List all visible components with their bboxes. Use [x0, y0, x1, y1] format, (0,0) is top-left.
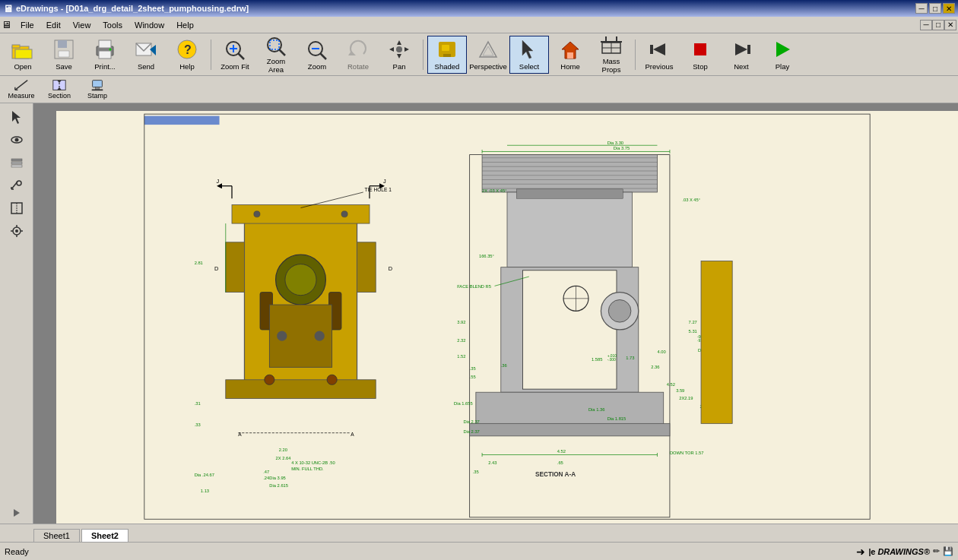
chevron-right-icon — [11, 508, 22, 518]
zoom-icon — [305, 38, 329, 62]
menu-view[interactable]: View — [67, 19, 97, 31]
svg-marker-33 — [480, 42, 496, 57]
play-icon — [770, 38, 795, 62]
svg-marker-25 — [397, 40, 401, 45]
sidebar-expand-button[interactable] — [6, 505, 27, 520]
svg-text:Dia 1.655: Dia 1.655 — [454, 401, 473, 406]
menu-help[interactable]: Help — [170, 19, 200, 31]
svg-text:Dia 1.36: Dia 1.36 — [588, 407, 604, 412]
svg-text:Dia 3.30: Dia 3.30 — [607, 141, 623, 145]
svg-text:Dia 1.815: Dia 1.815 — [607, 416, 627, 421]
sidebar-section-button[interactable] — [6, 198, 27, 219]
svg-rect-194 — [701, 261, 732, 423]
svg-text:2X 2.64: 2X 2.64 — [276, 456, 292, 460]
svg-point-69 — [17, 181, 21, 185]
svg-text:2X .03 X 45°: 2X .03 X 45° — [482, 188, 506, 193]
cursor-icon — [10, 110, 24, 124]
play-button[interactable]: Play — [763, 36, 802, 74]
open-button[interactable]: Open — [3, 36, 43, 74]
svg-rect-7 — [99, 40, 111, 48]
svg-text:7.27: 7.27 — [689, 320, 697, 324]
stamp-button[interactable]: Stamp — [79, 78, 116, 102]
svg-marker-45 — [653, 43, 665, 55]
svg-point-91 — [254, 211, 260, 217]
maximize-button[interactable]: □ — [929, 3, 941, 14]
zoom-area-button[interactable]: Zoom Area — [256, 36, 296, 74]
sheet1-tab[interactable]: Sheet1 — [33, 529, 80, 542]
eye-icon — [10, 133, 24, 147]
send-button[interactable]: Send — [126, 36, 166, 74]
home-button[interactable]: Home — [550, 36, 590, 74]
app-icon: 🖥 — [3, 3, 13, 14]
menubar: 🖥 File Edit View Tools Window Help ─ □ ✕ — [0, 17, 958, 33]
rotate-button[interactable]: Rotate — [338, 36, 378, 74]
svg-text:A: A — [351, 432, 354, 437]
next-button[interactable]: Next — [722, 36, 761, 74]
help-button[interactable]: ? Help — [167, 36, 207, 74]
measure-label: Measure — [8, 92, 34, 100]
svg-marker-26 — [397, 54, 401, 59]
stop-button[interactable]: Stop — [680, 36, 720, 74]
svg-text:TIE HOLE 1: TIE HOLE 1 — [364, 187, 392, 192]
svg-text:2.36: 2.36 — [651, 365, 659, 369]
inner-close-button[interactable]: ✕ — [944, 20, 956, 30]
main-toolbar: Open Save Print... — [0, 33, 958, 76]
svg-text:1.13: 1.13 — [201, 489, 209, 493]
section-button[interactable]: Section — [41, 78, 78, 102]
measure-button[interactable]: Measure — [3, 78, 40, 102]
sidebar-markup-button[interactable] — [6, 175, 27, 196]
help-icon: ? — [175, 38, 199, 62]
brand-text: |e DRAWINGS® — [868, 547, 930, 556]
svg-point-88 — [285, 264, 316, 296]
svg-rect-59 — [92, 89, 103, 90]
shaded-button[interactable]: Shaded — [427, 36, 467, 74]
pan-button[interactable]: Pan — [379, 36, 419, 74]
zoom-fit-button[interactable]: Zoom Fit — [215, 36, 255, 74]
sheet2-tab[interactable]: Sheet2 — [81, 529, 128, 542]
section-icon — [52, 79, 67, 91]
svg-text:?: ? — [184, 43, 192, 56]
perspective-button[interactable]: Perspective — [468, 36, 508, 74]
canvas-area[interactable]: J J D D TIE HOLE 1 A A — [33, 103, 958, 524]
sidebar-eye-button[interactable] — [6, 129, 27, 150]
svg-rect-126 — [482, 155, 657, 192]
svg-text:A: A — [238, 432, 242, 437]
svg-text:4.52: 4.52 — [667, 382, 675, 387]
print-button[interactable]: Print... — [85, 36, 125, 74]
sidebar-cursor-button[interactable] — [6, 106, 27, 128]
status-text: Ready — [5, 547, 29, 556]
mass-props-button[interactable]: Mass Props — [592, 36, 631, 74]
perspective-icon — [476, 38, 500, 62]
svg-rect-47 — [747, 45, 750, 54]
svg-text:.03 X 45°: .03 X 45° — [682, 198, 700, 202]
minimize-button[interactable]: ─ — [915, 3, 928, 14]
svg-rect-64 — [11, 162, 22, 164]
svg-rect-44 — [650, 45, 653, 54]
svg-line-15 — [238, 53, 244, 59]
svg-rect-37 — [567, 52, 573, 59]
svg-text:.35: .35 — [470, 366, 476, 371]
sidebar-properties-button[interactable] — [6, 220, 27, 242]
inner-maximize-button[interactable]: □ — [932, 20, 944, 30]
zoom-button[interactable]: Zoom — [297, 36, 337, 74]
close-button[interactable]: ✕ — [943, 3, 955, 14]
svg-rect-86 — [357, 242, 376, 293]
save-button[interactable]: Save — [44, 36, 84, 74]
menu-tools[interactable]: Tools — [97, 19, 128, 31]
svg-text:4.52: 4.52 — [557, 449, 566, 454]
svg-marker-24 — [348, 51, 356, 55]
menu-edit[interactable]: Edit — [40, 19, 67, 31]
menu-file[interactable]: File — [14, 19, 40, 31]
select-button[interactable]: Select — [509, 36, 549, 74]
svg-text:1.73: 1.73 — [626, 356, 634, 360]
svg-text:3.59: 3.59 — [676, 388, 684, 393]
sidebar-layers-button[interactable] — [6, 152, 27, 173]
svg-rect-57 — [93, 81, 103, 87]
svg-point-89 — [265, 375, 274, 384]
inner-minimize-button[interactable]: ─ — [920, 20, 932, 30]
previous-button[interactable]: Previous — [639, 36, 679, 74]
menu-window[interactable]: Window — [128, 19, 170, 31]
title-text: eDrawings - [D01a_drg_detail_2sheet_pump… — [16, 4, 249, 13]
rotate-icon — [346, 38, 370, 62]
right-extension-group — [701, 261, 732, 423]
